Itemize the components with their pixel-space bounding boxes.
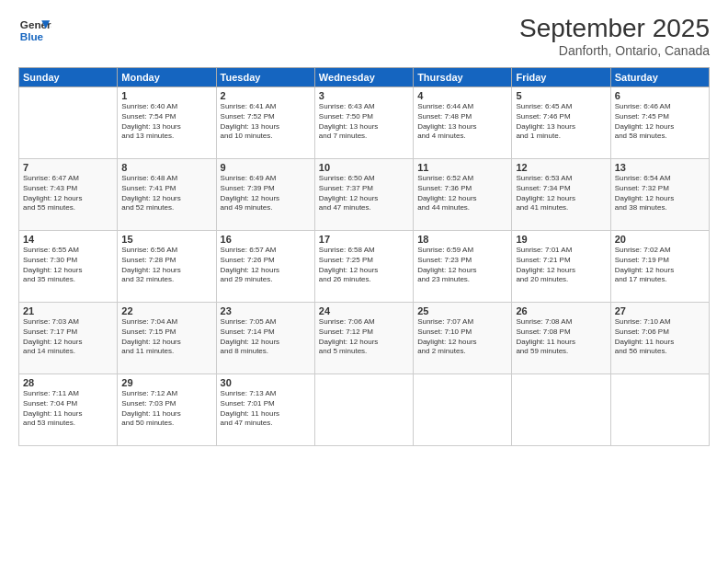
calendar-cell: 6Sunrise: 6:46 AM Sunset: 7:45 PM Daylig… (610, 87, 709, 159)
calendar-cell: 16Sunrise: 6:57 AM Sunset: 7:26 PM Dayli… (216, 231, 314, 303)
day-info: Sunrise: 6:55 AM Sunset: 7:30 PM Dayligh… (23, 246, 113, 285)
day-number: 26 (516, 305, 606, 316)
day-number: 21 (23, 305, 113, 316)
calendar-cell: 25Sunrise: 7:07 AM Sunset: 7:10 PM Dayli… (414, 303, 512, 374)
day-number: 24 (319, 305, 409, 316)
location: Danforth, Ontario, Canada (519, 43, 710, 58)
calendar-cell: 4Sunrise: 6:44 AM Sunset: 7:48 PM Daylig… (414, 87, 512, 159)
day-number: 27 (615, 305, 705, 316)
week-row-4: 28Sunrise: 7:11 AM Sunset: 7:04 PM Dayli… (19, 374, 710, 446)
title-block: September 2025 Danforth, Ontario, Canada (519, 14, 710, 58)
day-number: 9 (221, 162, 311, 173)
day-info: Sunrise: 6:45 AM Sunset: 7:46 PM Dayligh… (516, 102, 606, 142)
day-info: Sunrise: 6:56 AM Sunset: 7:28 PM Dayligh… (121, 246, 211, 285)
day-info: Sunrise: 6:46 AM Sunset: 7:45 PM Dayligh… (615, 102, 705, 142)
day-info: Sunrise: 7:08 AM Sunset: 7:08 PM Dayligh… (516, 317, 606, 357)
calendar-cell (414, 374, 512, 446)
day-number: 17 (319, 234, 409, 245)
calendar-page: General Blue September 2025 Danforth, On… (0, 0, 728, 563)
day-info: Sunrise: 6:43 AM Sunset: 7:50 PM Dayligh… (319, 102, 409, 142)
day-number: 19 (516, 234, 606, 245)
calendar-cell: 15Sunrise: 6:56 AM Sunset: 7:28 PM Dayli… (118, 231, 216, 303)
day-info: Sunrise: 7:10 AM Sunset: 7:06 PM Dayligh… (615, 317, 705, 357)
day-number: 8 (121, 162, 211, 173)
weekday-header-monday: Monday (118, 68, 216, 87)
day-number: 2 (221, 90, 311, 101)
day-info: Sunrise: 7:12 AM Sunset: 7:03 PM Dayligh… (121, 389, 211, 429)
day-info: Sunrise: 6:48 AM Sunset: 7:41 PM Dayligh… (121, 174, 211, 213)
calendar-cell: 5Sunrise: 6:45 AM Sunset: 7:46 PM Daylig… (512, 87, 610, 159)
calendar-table: SundayMondayTuesdayWednesdayThursdayFrid… (18, 67, 710, 446)
day-info: Sunrise: 6:40 AM Sunset: 7:54 PM Dayligh… (121, 102, 211, 142)
day-number: 30 (221, 377, 311, 388)
day-info: Sunrise: 6:58 AM Sunset: 7:25 PM Dayligh… (319, 246, 409, 285)
day-number: 6 (615, 90, 705, 101)
calendar-cell (19, 87, 118, 159)
week-row-0: 1Sunrise: 6:40 AM Sunset: 7:54 PM Daylig… (19, 87, 710, 159)
day-info: Sunrise: 6:49 AM Sunset: 7:39 PM Dayligh… (221, 174, 311, 213)
weekday-header-row: SundayMondayTuesdayWednesdayThursdayFrid… (19, 68, 710, 87)
day-number: 11 (417, 162, 507, 173)
weekday-header-saturday: Saturday (610, 68, 709, 87)
calendar-cell: 23Sunrise: 7:05 AM Sunset: 7:14 PM Dayli… (216, 303, 314, 374)
calendar-cell: 27Sunrise: 7:10 AM Sunset: 7:06 PM Dayli… (610, 303, 709, 374)
day-number: 18 (417, 234, 507, 245)
day-info: Sunrise: 7:03 AM Sunset: 7:17 PM Dayligh… (23, 317, 113, 357)
day-number: 3 (319, 90, 409, 101)
day-number: 28 (23, 377, 113, 388)
day-info: Sunrise: 6:53 AM Sunset: 7:34 PM Dayligh… (516, 174, 606, 213)
day-info: Sunrise: 7:07 AM Sunset: 7:10 PM Dayligh… (417, 317, 507, 357)
day-info: Sunrise: 6:57 AM Sunset: 7:26 PM Dayligh… (221, 246, 311, 285)
day-number: 12 (516, 162, 606, 173)
day-info: Sunrise: 6:44 AM Sunset: 7:48 PM Dayligh… (417, 102, 507, 142)
calendar-cell: 10Sunrise: 6:50 AM Sunset: 7:37 PM Dayli… (314, 159, 413, 231)
day-info: Sunrise: 7:06 AM Sunset: 7:12 PM Dayligh… (319, 317, 409, 357)
day-info: Sunrise: 7:02 AM Sunset: 7:19 PM Dayligh… (615, 246, 705, 285)
logo: General Blue (18, 14, 51, 47)
day-info: Sunrise: 6:41 AM Sunset: 7:52 PM Dayligh… (221, 102, 311, 142)
calendar-cell: 30Sunrise: 7:13 AM Sunset: 7:01 PM Dayli… (216, 374, 314, 446)
month-title: September 2025 (519, 14, 710, 43)
calendar-cell: 26Sunrise: 7:08 AM Sunset: 7:08 PM Dayli… (512, 303, 610, 374)
day-number: 5 (516, 90, 606, 101)
weekday-header-thursday: Thursday (414, 68, 512, 87)
calendar-cell: 11Sunrise: 6:52 AM Sunset: 7:36 PM Dayli… (414, 159, 512, 231)
day-info: Sunrise: 6:47 AM Sunset: 7:43 PM Dayligh… (23, 174, 113, 213)
svg-text:Blue: Blue (20, 30, 44, 42)
day-info: Sunrise: 6:59 AM Sunset: 7:23 PM Dayligh… (417, 246, 507, 285)
calendar-cell: 24Sunrise: 7:06 AM Sunset: 7:12 PM Dayli… (314, 303, 413, 374)
day-number: 25 (417, 305, 507, 316)
weekday-header-tuesday: Tuesday (216, 68, 314, 87)
calendar-cell: 8Sunrise: 6:48 AM Sunset: 7:41 PM Daylig… (118, 159, 216, 231)
day-info: Sunrise: 6:52 AM Sunset: 7:36 PM Dayligh… (417, 174, 507, 213)
day-number: 16 (221, 234, 311, 245)
day-info: Sunrise: 6:50 AM Sunset: 7:37 PM Dayligh… (319, 174, 409, 213)
weekday-header-wednesday: Wednesday (314, 68, 413, 87)
calendar-cell: 13Sunrise: 6:54 AM Sunset: 7:32 PM Dayli… (610, 159, 709, 231)
day-info: Sunrise: 7:13 AM Sunset: 7:01 PM Dayligh… (221, 389, 311, 429)
day-number: 10 (319, 162, 409, 173)
day-info: Sunrise: 7:11 AM Sunset: 7:04 PM Dayligh… (23, 389, 113, 429)
day-info: Sunrise: 6:54 AM Sunset: 7:32 PM Dayligh… (615, 174, 705, 213)
calendar-cell: 12Sunrise: 6:53 AM Sunset: 7:34 PM Dayli… (512, 159, 610, 231)
day-number: 20 (615, 234, 705, 245)
header: General Blue September 2025 Danforth, On… (18, 14, 710, 58)
logo-icon: General Blue (18, 14, 51, 47)
calendar-cell: 19Sunrise: 7:01 AM Sunset: 7:21 PM Dayli… (512, 231, 610, 303)
week-row-2: 14Sunrise: 6:55 AM Sunset: 7:30 PM Dayli… (19, 231, 710, 303)
calendar-cell: 28Sunrise: 7:11 AM Sunset: 7:04 PM Dayli… (19, 374, 118, 446)
calendar-cell: 7Sunrise: 6:47 AM Sunset: 7:43 PM Daylig… (19, 159, 118, 231)
calendar-cell: 20Sunrise: 7:02 AM Sunset: 7:19 PM Dayli… (610, 231, 709, 303)
calendar-cell (610, 374, 709, 446)
day-number: 13 (615, 162, 705, 173)
calendar-cell: 1Sunrise: 6:40 AM Sunset: 7:54 PM Daylig… (118, 87, 216, 159)
calendar-cell (512, 374, 610, 446)
day-number: 14 (23, 234, 113, 245)
weekday-header-friday: Friday (512, 68, 610, 87)
week-row-1: 7Sunrise: 6:47 AM Sunset: 7:43 PM Daylig… (19, 159, 710, 231)
calendar-cell: 29Sunrise: 7:12 AM Sunset: 7:03 PM Dayli… (118, 374, 216, 446)
calendar-cell: 18Sunrise: 6:59 AM Sunset: 7:23 PM Dayli… (414, 231, 512, 303)
day-number: 1 (121, 90, 211, 101)
day-info: Sunrise: 7:04 AM Sunset: 7:15 PM Dayligh… (121, 317, 211, 357)
day-number: 15 (121, 234, 211, 245)
